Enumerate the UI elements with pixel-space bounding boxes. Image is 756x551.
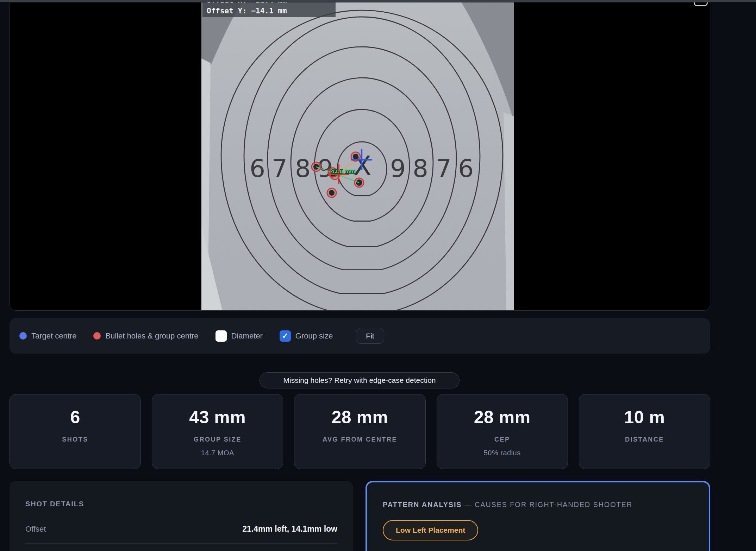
pattern-title-strong: PATTERN ANALYSIS <box>383 501 464 508</box>
distance-sub <box>579 449 710 457</box>
stats-row: 6 SHOTS 43 mm GROUP SIZE 14.7 MOA 28 mm … <box>10 394 710 469</box>
offset-row: Offset 21.4mm left, 14.1mm low <box>25 524 337 534</box>
shots-value: 6 <box>10 407 140 428</box>
diameter-label: Diameter <box>231 331 263 341</box>
legend-label: Bullet holes & group centre <box>105 331 198 341</box>
group-size-value: 43 mm <box>152 407 283 428</box>
avg-from-centre-sub <box>294 449 425 457</box>
retry-detection-button[interactable]: Missing holes? Retry with edge-case dete… <box>260 372 460 388</box>
shot-details-panel: SHOT DETAILS Offset 21.4mm left, 14.1mm … <box>10 481 353 551</box>
group-size-sub: 14.7 MOA <box>152 449 283 457</box>
offset-x-readout: Offset X: −21.4 mm <box>207 2 331 6</box>
target-photo: 67899876X42.8 mm Offset X: −21.4 mm Offs… <box>201 2 514 311</box>
group-size-label: Group size <box>295 331 333 341</box>
bullet-holes-dot-icon <box>93 332 101 340</box>
shots-label: SHOTS <box>10 436 140 443</box>
target-viewer: 67899876X42.8 mm Offset X: −21.4 mm Offs… <box>10 2 710 311</box>
avg-from-centre-value: 28 mm <box>294 407 425 428</box>
offset-y-readout: Offset Y: −14.1 mm <box>207 6 331 16</box>
shots-sub <box>10 449 140 457</box>
shot-details-title: SHOT DETAILS <box>25 481 337 508</box>
photo-grain <box>201 2 514 311</box>
target-centre-dot-icon <box>19 332 27 340</box>
diameter-checkbox-icon[interactable] <box>215 330 227 342</box>
row-divider <box>25 543 337 544</box>
stat-card-avg-from-centre: 28 mm AVG FROM CENTRE <box>294 394 425 469</box>
stat-card-shots: 6 SHOTS <box>10 394 141 469</box>
target-image: 67899876X42.8 mm <box>201 2 514 311</box>
fit-button[interactable]: Fit <box>356 328 384 344</box>
stat-card-cep: 28 mm CEP 50% radius <box>437 394 568 469</box>
stat-card-distance: 10 m DISTANCE <box>579 394 710 469</box>
distance-label: DISTANCE <box>579 436 710 443</box>
distance-value: 10 m <box>579 407 710 428</box>
fullscreen-icon[interactable] <box>694 2 708 6</box>
pattern-analysis-title: PATTERN ANALYSIS — CAUSES FOR RIGHT-HAND… <box>383 482 693 509</box>
legend-bar: Target centre Bullet holes & group centr… <box>10 318 710 354</box>
group-size-checkbox-icon[interactable]: ✓ <box>280 330 291 342</box>
legend-bullet-holes: Bullet holes & group centre <box>93 331 198 341</box>
offset-readout-overlay: Offset X: −21.4 mm Offset Y: −14.1 mm <box>202 2 336 17</box>
window-top-strip <box>0 0 756 2</box>
stat-card-group-size: 43 mm GROUP SIZE 14.7 MOA <box>152 394 283 469</box>
legend-label: Target centre <box>31 331 76 341</box>
group-size-toggle[interactable]: ✓ Group size <box>280 330 333 342</box>
cep-sub: 50% radius <box>437 449 568 457</box>
diameter-toggle[interactable]: Diameter <box>215 330 263 342</box>
cep-value: 28 mm <box>437 407 568 428</box>
avg-from-centre-label: AVG FROM CENTRE <box>294 436 425 443</box>
pattern-analysis-panel: PATTERN ANALYSIS — CAUSES FOR RIGHT-HAND… <box>365 481 710 551</box>
cep-label: CEP <box>437 436 568 443</box>
low-left-placement-badge[interactable]: Low Left Placement <box>383 520 478 540</box>
group-size-label: GROUP SIZE <box>152 436 283 443</box>
offset-row-label: Offset <box>25 525 46 534</box>
page: 67899876X42.8 mm Offset X: −21.4 mm Offs… <box>0 0 756 551</box>
offset-row-value: 21.4mm left, 14.1mm low <box>242 524 337 534</box>
legend-target-centre: Target centre <box>19 331 76 341</box>
pattern-title-rest: — CAUSES FOR RIGHT-HANDED SHOOTER <box>464 501 632 508</box>
